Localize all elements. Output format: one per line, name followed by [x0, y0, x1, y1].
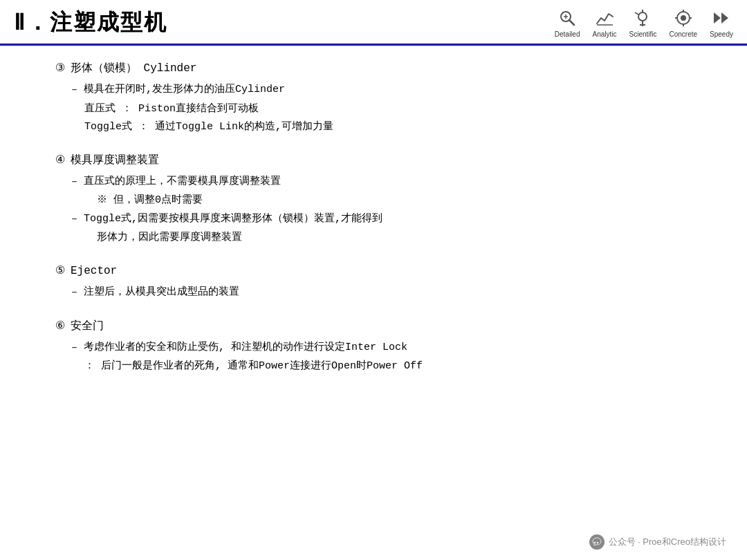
section-4-indent: 形体力，因此需要厚度调整装置 — [69, 229, 706, 247]
section-4-bullet-2: － Toggle式,因需要按模具厚度来调整形体（锁模）装置,才能得到 — [69, 210, 706, 229]
section-4-body: － 直压式的原理上，不需要模具厚度调整装置 ※ 但，调整0点时需要 － Togg… — [55, 173, 706, 247]
section-4-note: ※ 但，调整0点时需要 — [69, 192, 706, 209]
svg-point-18 — [593, 542, 595, 543]
section-6-bullet-1-text: 考虑作业者的安全和防止受伤, 和注塑机的动作进行设定Inter Lock — [84, 339, 407, 357]
svg-marker-16 — [714, 12, 721, 24]
section-3-bullet-1-text: 模具在开闭时,发生形体力的油压Cylinder — [84, 81, 285, 99]
section-5-num: ⑤ — [55, 262, 65, 281]
concrete-icon — [672, 7, 694, 29]
section-4-bullet-1-text: 直压式的原理上，不需要模具厚度调整装置 — [84, 173, 281, 191]
section-5-bullet-1: － 注塑后，从模具突出成型品的装置 — [69, 283, 706, 302]
section-6-sub-1: ： 后门一般是作业者的死角, 通常和Power连接进行Open时Power Of… — [69, 357, 706, 375]
section-4-num: ④ — [55, 151, 65, 170]
section-4-bullet-1: － 直压式的原理上，不需要模具厚度调整装置 — [69, 173, 706, 192]
footer-text: 公众号 · Proe和Creo结构设计 — [609, 536, 726, 548]
section-5-title: ⑤ Ejector — [55, 262, 706, 281]
section-6-title: ⑥ 安全门 — [55, 317, 706, 336]
section-3: ③ 形体（锁模） Cylinder － 模具在开闭时,发生形体力的油压Cylin… — [55, 59, 706, 136]
bullet-dash-3: － — [69, 211, 80, 229]
section-4-indent-text: 形体力，因此需要厚度调整装置 — [97, 232, 242, 243]
detailed-icon — [556, 7, 578, 29]
section-3-body: － 模具在开闭时,发生形体力的油压Cylinder 直压式 ： Piston直接… — [55, 81, 706, 136]
scientific-icon-group[interactable]: Scientific — [629, 7, 656, 38]
page-header: Ⅱ．注塑成型机 Detailed Analytic — [0, 0, 747, 46]
section-4-heading: 模具厚度调整装置 — [71, 151, 159, 170]
section-5-heading: Ejector — [71, 262, 117, 281]
speedy-icon-group[interactable]: Speedy — [710, 7, 733, 38]
section-4: ④ 模具厚度调整装置 － 直压式的原理上，不需要模具厚度调整装置 ※ 但，调整0… — [55, 151, 706, 247]
concrete-icon-group[interactable]: Concrete — [670, 7, 698, 38]
section-6-num: ⑥ — [55, 317, 65, 336]
speedy-label: Speedy — [710, 30, 733, 38]
main-content: ③ 形体（锁模） Cylinder － 模具在开闭时,发生形体力的油压Cylin… — [0, 46, 747, 404]
section-3-num: ③ — [55, 59, 65, 78]
wechat-icon — [589, 534, 605, 550]
svg-point-11 — [681, 15, 686, 21]
section-4-title: ④ 模具厚度调整装置 — [55, 151, 706, 170]
section-6-heading: 安全门 — [71, 317, 104, 336]
page-title: Ⅱ．注塑成型机 — [14, 8, 167, 38]
svg-line-9 — [635, 12, 638, 15]
concrete-label: Concrete — [670, 30, 698, 38]
svg-point-5 — [638, 12, 647, 21]
svg-marker-17 — [721, 12, 728, 24]
section-5: ⑤ Ejector － 注塑后，从模具突出成型品的装置 — [55, 262, 706, 302]
section-4-bullet-2-text: Toggle式,因需要按模具厚度来调整形体（锁模）装置,才能得到 — [84, 210, 382, 228]
section-6-body: － 考虑作业者的安全和防止受伤, 和注塑机的动作进行设定Inter Lock ：… — [55, 339, 706, 375]
bullet-dash-4: － — [69, 284, 80, 302]
svg-line-1 — [569, 20, 574, 25]
section-4-note-text: ※ 但，调整0点时需要 — [97, 194, 203, 206]
analytic-icon — [593, 7, 616, 29]
analytic-label: Analytic — [592, 30, 616, 38]
section-3-title: ③ 形体（锁模） Cylinder — [55, 59, 706, 78]
bullet-dash: － — [69, 82, 80, 100]
scientific-label: Scientific — [629, 30, 656, 38]
analytic-icon-group[interactable]: Analytic — [592, 7, 616, 38]
section-5-body: － 注塑后，从模具突出成型品的装置 — [55, 283, 706, 302]
scientific-icon — [631, 7, 654, 29]
bullet-dash-5: － — [69, 339, 80, 357]
footer: 公众号 · Proe和Creo结构设计 — [589, 534, 726, 550]
section-6: ⑥ 安全门 － 考虑作业者的安全和防止受伤, 和注塑机的动作进行设定Inter … — [55, 317, 706, 375]
section-3-sub-2: Toggle式 ： 通过Toggle Link的构造,可增加力量 — [69, 118, 706, 136]
section-3-sub-2-text: Toggle式 ： 通过Toggle Link的构造,可增加力量 — [84, 121, 333, 133]
section-3-bullet-1: － 模具在开闭时,发生形体力的油压Cylinder — [69, 81, 706, 100]
section-5-bullet-1-text: 注塑后，从模具突出成型品的装置 — [84, 283, 239, 301]
section-3-heading: 形体（锁模） Cylinder — [71, 59, 196, 78]
detailed-label: Detailed — [555, 30, 580, 38]
bullet-dash-2: － — [69, 174, 80, 192]
svg-point-19 — [596, 542, 598, 543]
speedy-icon — [710, 7, 732, 29]
section-3-sub-1: 直压式 ： Piston直接结合到可动板 — [69, 100, 706, 118]
section-6-sub-1-text: ： 后门一般是作业者的死角, 通常和Power连接进行Open时Power Of… — [84, 360, 423, 372]
toolbar-icons: Detailed Analytic — [555, 7, 733, 38]
section-6-bullet-1: － 考虑作业者的安全和防止受伤, 和注塑机的动作进行设定Inter Lock — [69, 339, 706, 357]
detailed-icon-group[interactable]: Detailed — [555, 7, 580, 38]
section-3-sub-1-text: 直压式 ： Piston直接结合到可动板 — [84, 103, 259, 115]
